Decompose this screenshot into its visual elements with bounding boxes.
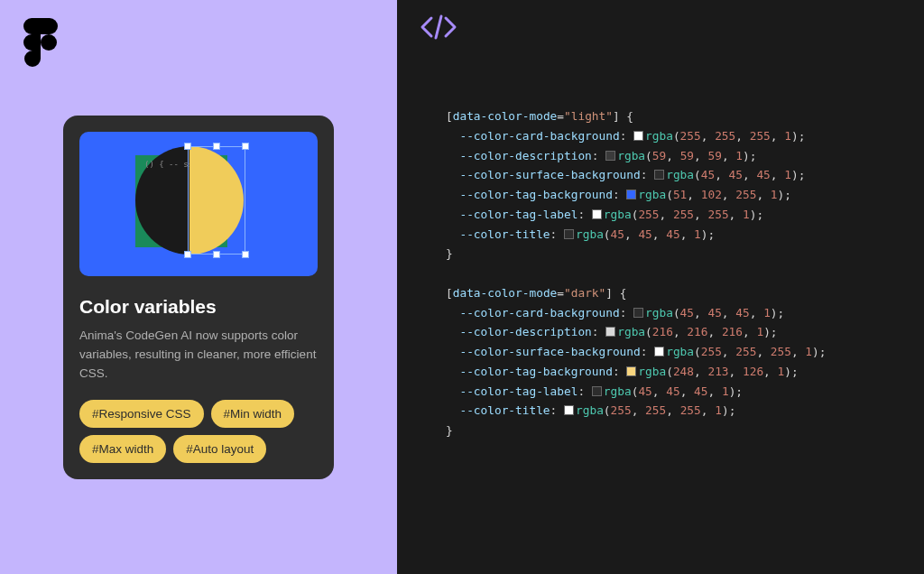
selection-handle[interactable] — [184, 251, 191, 258]
tag-responsive-css[interactable]: #Responsive CSS — [79, 400, 204, 428]
selection-handle[interactable] — [242, 251, 249, 258]
selection-handle[interactable] — [184, 143, 191, 150]
selection-handle[interactable] — [242, 143, 249, 150]
figma-panel: () { -- ss' }); () { Color variables Ani… — [0, 0, 397, 574]
feature-card: () { -- ss' }); () { Color variables Ani… — [63, 116, 334, 479]
code-icon — [419, 14, 458, 40]
tag-auto-layout[interactable]: #Auto layout — [173, 435, 266, 463]
tag-list: #Responsive CSS #Min width #Max width #A… — [79, 400, 318, 463]
code-panel: [data-color-mode="light"] { --color-card… — [397, 0, 924, 574]
svg-line-1 — [436, 16, 441, 38]
card-description: Anima's CodeGen AI now supports color va… — [79, 327, 318, 384]
selection-handle[interactable] — [213, 143, 220, 150]
selection-handle[interactable] — [213, 251, 220, 258]
tag-min-width[interactable]: #Min width — [211, 400, 295, 428]
figma-logo-icon — [23, 18, 58, 67]
svg-point-0 — [41, 34, 57, 51]
card-title: Color variables — [79, 296, 318, 318]
css-code-block: [data-color-mode="light"] { --color-card… — [446, 106, 902, 440]
tag-max-width[interactable]: #Max width — [79, 435, 166, 463]
selection-box[interactable] — [188, 146, 245, 255]
card-hero-image: () { -- ss' }); () { — [79, 132, 318, 276]
